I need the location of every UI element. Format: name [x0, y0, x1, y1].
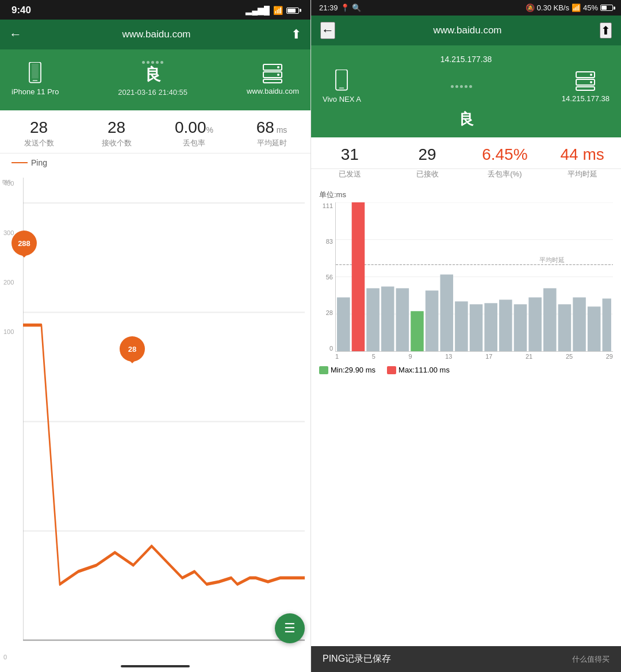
max-label: Max:111.00 ms — [398, 366, 450, 374]
stat-loss-value: 0.00% — [175, 118, 213, 137]
svg-rect-15 — [336, 70, 347, 90]
home-indicator — [121, 665, 190, 667]
right-nav-bar: ← www.baidu.com ⬆ — [311, 16, 621, 45]
location-icon: 📍 — [340, 3, 350, 12]
stat-delay-value: 68 ms — [256, 118, 288, 137]
right-server-icon — [574, 70, 596, 92]
left-chart-svg — [23, 178, 305, 661]
y-83: 83 — [319, 238, 333, 245]
right-stat-loss-val: 6.45% — [482, 145, 527, 164]
x-1: 1 — [335, 353, 339, 360]
stat-delay-label: 平均延时 — [257, 138, 287, 148]
left-nav-bar: ← www.baidu.com ⬆ — [0, 20, 310, 49]
ping-label: Ping — [31, 158, 47, 167]
min-color-box — [319, 366, 328, 374]
left-server-name: www.baidu.com — [247, 87, 299, 95]
svg-rect-37 — [484, 303, 497, 351]
stat-delay: 68 ms 平均延时 — [233, 118, 310, 148]
stat-loss-label: 丢包率 — [183, 138, 205, 148]
right-dots — [451, 85, 472, 88]
right-ip: 14.215.177.38 — [323, 55, 610, 64]
svg-rect-1 — [33, 80, 38, 80]
callout-28: 28 — [120, 336, 145, 362]
svg-rect-42 — [558, 304, 572, 351]
callout-288: 288 — [12, 231, 37, 256]
x-17: 17 — [485, 353, 492, 360]
svg-rect-35 — [455, 301, 468, 351]
right-stat-delay: 44 ms — [543, 145, 621, 164]
x-9: 9 — [409, 353, 412, 360]
right-url: www.baidu.com — [341, 25, 594, 36]
right-stat-recv: 29 — [389, 145, 466, 164]
x-21: 21 — [526, 353, 532, 360]
left-server-device: www.baidu.com — [247, 63, 299, 95]
label-loss: 丢包率(%) — [466, 169, 544, 179]
chart-unit-label: 单位:ms — [319, 190, 613, 200]
right-back-button[interactable]: ← — [320, 22, 335, 39]
svg-rect-16 — [339, 87, 344, 88]
grid-100: 100 — [3, 328, 14, 335]
legend-max: Max:111.00 ms — [387, 366, 450, 374]
svg-rect-41 — [543, 288, 557, 351]
right-status-right: 🔕 0.30 KB/s 📶 45% — [526, 3, 613, 12]
left-quality: 良 — [145, 64, 161, 86]
grid-300: 300 — [3, 229, 14, 236]
svg-rect-31 — [396, 288, 409, 351]
left-datetime: 2021-03-16 21:40:55 — [118, 88, 187, 97]
svg-rect-43 — [573, 297, 586, 351]
right-server-name: 14.215.177.38 — [562, 94, 610, 103]
server-icon — [262, 63, 283, 85]
svg-rect-36 — [470, 304, 483, 351]
left-ping-legend: Ping — [0, 153, 310, 172]
left-status-icons: ▂▄▆█ 📶 — [246, 6, 299, 15]
fab-button[interactable]: ☰ — [275, 613, 305, 643]
left-phone-device: iPhone 11 Pro — [12, 62, 59, 96]
y-28: 28 — [319, 309, 333, 316]
svg-rect-28 — [352, 202, 365, 351]
wifi-icon-right: 📶 — [572, 3, 581, 12]
svg-rect-44 — [588, 306, 601, 351]
right-stat-recv-val: 29 — [419, 145, 436, 164]
left-status-bar: 9:40 ▂▄▆█ 📶 — [0, 0, 310, 20]
svg-point-7 — [277, 74, 279, 76]
y-111: 111 — [319, 202, 333, 209]
share-button[interactable]: ⬆ — [291, 27, 301, 42]
right-legend: Min:29.90 ms Max:111.00 ms — [319, 366, 613, 374]
watermark: 什么值得买 — [572, 654, 610, 665]
svg-rect-34 — [440, 275, 454, 351]
right-battery-icon — [600, 5, 613, 11]
toast-bar: PING记录已保存 什么值得买 — [311, 646, 621, 672]
stat-sent-label: 发送个数 — [24, 138, 54, 148]
y-56: 56 — [319, 274, 333, 281]
back-button[interactable]: ← — [9, 27, 22, 42]
stat-loss: 0.00% 丢包率 — [155, 118, 233, 148]
data-speed: 0.30 KB/s — [537, 3, 569, 12]
grid-200: 200 — [3, 279, 14, 286]
label-sent: 已发送 — [311, 169, 389, 179]
stat-sent: 28 发送个数 — [0, 118, 78, 148]
right-stat-delay-val: 44 ms — [561, 145, 604, 164]
right-stat-labels: 已发送 已接收 丢包率(%) 平均时延 — [311, 169, 621, 184]
toast-message: PING记录已保存 — [323, 653, 391, 665]
right-time: 21:39 — [319, 3, 338, 12]
svg-rect-38 — [499, 299, 512, 351]
svg-rect-40 — [528, 297, 542, 351]
max-color-box — [387, 366, 396, 374]
y-0: 0 — [319, 345, 333, 352]
left-chart-area: ms 400 300 200 100 0 288 28 — [0, 172, 310, 672]
svg-rect-29 — [366, 288, 379, 351]
label-recv: 已接收 — [389, 169, 466, 179]
phone-icon — [25, 62, 45, 85]
ping-line-icon — [12, 162, 28, 163]
right-stats: 31 29 6.45% 44 ms — [311, 137, 621, 169]
grid-0: 0 — [3, 654, 7, 661]
stat-recv-value: 28 — [108, 118, 125, 137]
svg-rect-27 — [337, 297, 350, 351]
right-chart-section: 单位:ms 111 83 56 28 0 — [311, 184, 621, 646]
right-share-button[interactable]: ⬆ — [600, 22, 612, 39]
right-battery: 45% — [583, 3, 598, 12]
svg-rect-33 — [425, 290, 439, 351]
right-green-section: 14.215.177.38 Vivo NEX A — [311, 45, 621, 137]
svg-rect-39 — [514, 304, 527, 351]
left-device-row: iPhone 11 Pro 良 2021-03-16 21:40:55 www.… — [12, 61, 299, 97]
